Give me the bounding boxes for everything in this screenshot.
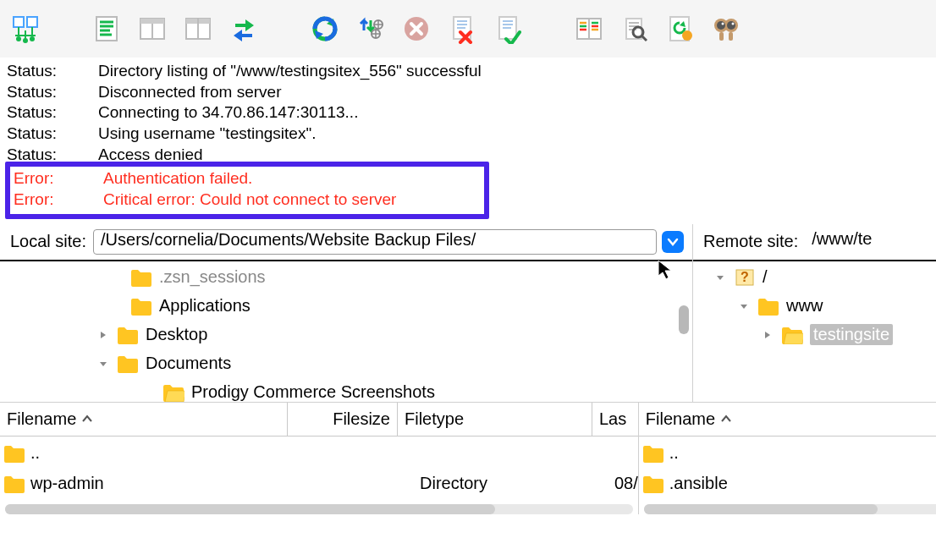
file-date: 08/ (614, 474, 638, 493)
log-message: Authentication failed. (103, 168, 484, 189)
filter-icon[interactable] (618, 12, 652, 46)
toolbar (0, 0, 936, 58)
svg-point-7 (23, 38, 28, 43)
tree-item[interactable]: Documents (0, 349, 692, 378)
disclosure-icon[interactable] (761, 330, 774, 340)
list-item[interactable]: wp-adminDirectory08/ (0, 469, 638, 499)
svg-point-46 (682, 30, 692, 41)
col-filetype[interactable]: Filetype (405, 409, 464, 429)
log-message: Critical error: Could not connect to ser… (103, 189, 484, 211)
svg-rect-15 (140, 19, 164, 24)
folder-icon (3, 444, 25, 463)
log-label: Status: (7, 61, 98, 82)
svg-point-50 (727, 21, 735, 30)
svg-rect-53 (719, 32, 724, 41)
tree-item[interactable]: Applications (0, 292, 692, 321)
togglelog-icon[interactable] (90, 12, 124, 46)
folder-icon (130, 297, 152, 316)
col-last[interactable]: Las (599, 409, 626, 429)
remote-site-label: Remote site: (703, 232, 798, 251)
log-label: Error: (14, 168, 103, 189)
tree-label: Prodigy Commerce Screenshots (191, 382, 435, 402)
folder-icon (642, 475, 664, 493)
folder-icon (130, 268, 152, 287)
remote-path-input[interactable]: /www/te (805, 229, 928, 255)
log-label: Status: (7, 145, 98, 166)
log-label: Status: (7, 102, 98, 124)
tree-item[interactable]: www (693, 292, 936, 321)
list-item[interactable]: .ansible (639, 469, 936, 499)
tree-item[interactable]: testingsite (693, 321, 936, 349)
compare-icon[interactable] (572, 12, 606, 46)
refresh-icon[interactable] (308, 12, 342, 46)
tree-item[interactable]: Desktop (0, 321, 692, 349)
tree-label: Desktop (146, 325, 207, 344)
toggletree-icon[interactable] (135, 12, 169, 46)
transfer-icon[interactable] (227, 12, 261, 46)
svg-point-52 (732, 23, 735, 25)
col-filename-remote[interactable]: Filename (646, 409, 715, 429)
svg-rect-1 (27, 17, 37, 27)
tree-label: testingsite (810, 324, 893, 345)
col-filesize[interactable]: Filesize (333, 409, 390, 429)
tree-label: .zsn_sessions (159, 267, 266, 287)
local-list-header[interactable]: Filename Filesize Filetype Las (0, 403, 638, 436)
cancel-icon[interactable] (399, 12, 433, 46)
local-path-input[interactable]: /Users/cornelia/Documents/Website Backup… (93, 229, 657, 255)
remote-tree[interactable]: ?/wwwtestingsite (693, 261, 936, 402)
local-tree-scrollbar[interactable] (679, 305, 689, 334)
disclosure-icon[interactable] (96, 330, 110, 340)
togglequeue-icon[interactable] (181, 12, 215, 46)
tree-item[interactable]: Prodigy Commerce Screenshots (0, 378, 692, 402)
tree-label: Documents (146, 354, 231, 373)
tree-item[interactable]: ?/ (693, 263, 936, 292)
log-label: Status: (7, 124, 98, 145)
file-name: .ansible (669, 474, 936, 493)
remote-list-body[interactable]: ...ansible (639, 436, 936, 499)
local-list-body[interactable]: ..wp-adminDirectory08/ (0, 436, 638, 499)
svg-line-44 (641, 36, 647, 41)
processqueue-icon[interactable] (354, 12, 388, 46)
svg-point-8 (30, 36, 35, 41)
file-name: .. (30, 443, 310, 463)
sync-icon[interactable] (663, 12, 697, 46)
col-filename[interactable]: Filename (7, 409, 76, 429)
reconnect-icon[interactable] (491, 12, 525, 46)
file-name: .. (669, 443, 936, 463)
error-highlight: Error:Authentication failed.Error:Critic… (5, 162, 489, 218)
tree-label: www (786, 296, 823, 316)
folder-icon (3, 475, 25, 493)
folder-open-icon (781, 326, 803, 344)
log-message: Disconnected from server (98, 82, 929, 103)
svg-rect-9 (96, 17, 117, 41)
remote-hscroll[interactable] (644, 504, 936, 514)
local-tree[interactable]: .zsn_sessionsApplicationsDesktopDocument… (0, 261, 692, 402)
disconnect-icon[interactable] (445, 12, 479, 46)
unknown-icon: ? (734, 268, 756, 287)
sitemanager-icon[interactable] (8, 12, 42, 46)
file-type: Directory (420, 474, 614, 493)
remote-file-list: Filename ...ansible (639, 403, 936, 514)
svg-point-51 (722, 23, 724, 25)
folder-icon (642, 444, 664, 463)
tree-item[interactable]: .zsn_sessions (0, 263, 692, 292)
log-label: Status: (7, 82, 98, 103)
svg-rect-54 (729, 32, 733, 41)
list-item[interactable]: .. (639, 438, 936, 469)
folder-icon (117, 354, 139, 373)
find-icon[interactable] (709, 12, 743, 46)
disclosure-icon[interactable] (737, 301, 751, 311)
disclosure-icon[interactable] (713, 272, 727, 283)
tree-label: / (763, 267, 768, 287)
message-log[interactable]: Status:Directory listing of "/www/testin… (0, 58, 936, 219)
log-message: Directory listing of "/www/testingsitex_… (98, 61, 929, 82)
tree-label: Applications (159, 296, 251, 316)
local-path-dropdown[interactable] (662, 231, 684, 253)
remote-list-header[interactable]: Filename (639, 403, 936, 436)
disclosure-icon[interactable] (96, 359, 110, 369)
local-hscroll[interactable] (5, 504, 633, 514)
folder-icon (117, 326, 139, 344)
log-label: Error: (14, 189, 103, 211)
list-item[interactable]: .. (0, 438, 638, 469)
local-pane: Local site: /Users/cornelia/Documents/We… (0, 224, 693, 402)
